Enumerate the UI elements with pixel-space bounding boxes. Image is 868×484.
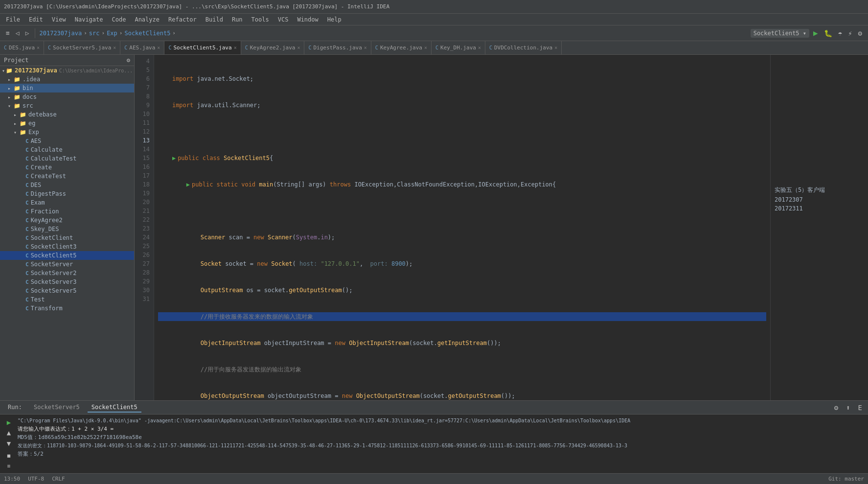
tab-close-kdh[interactable]: × xyxy=(478,45,481,50)
line-num-21: 21 xyxy=(135,207,152,215)
line-num-28: 28 xyxy=(135,268,152,277)
tab-digestpass-java[interactable]: C DigestPass.java × xyxy=(304,41,371,54)
tab-socketserver5-java[interactable]: C SocketServer5.java × xyxy=(44,41,120,54)
console-java-cmd: "C:\Program Files\Java\jdk-9.0.4\bin\jav… xyxy=(18,416,864,425)
menu-tools[interactable]: Tools xyxy=(248,15,273,24)
tree-java-des[interactable]: ▸ C DES xyxy=(0,181,134,189)
tree-java-socketserver2[interactable]: ▸ C SocketServer2 xyxy=(0,269,134,277)
menu-edit[interactable]: Edit xyxy=(25,15,47,24)
tree-eg[interactable]: ▸ 📁 eg xyxy=(0,119,134,128)
tab-keyagree-java[interactable]: C KeyAgree.java × xyxy=(371,41,432,54)
tree-java-createtest[interactable]: ▸ C CreateTest xyxy=(0,172,134,181)
tree-detebase[interactable]: ▸ 📁 detebase xyxy=(0,110,134,119)
tab-close-ss5[interactable]: × xyxy=(113,45,116,50)
line-num-5: 5 xyxy=(135,66,152,74)
tree-java-socketserver3[interactable]: ▸ C SocketServer3 xyxy=(0,277,134,286)
console-down-icon[interactable]: ▼ xyxy=(4,438,14,448)
code-line-7: ▶public class SocketClient5{ xyxy=(158,154,766,162)
sidebar-settings-icon[interactable]: ⚙ xyxy=(127,57,130,64)
menu-view[interactable]: View xyxy=(48,15,70,24)
tab-close-ka[interactable]: × xyxy=(424,45,427,50)
console-run-icon[interactable]: ▶ xyxy=(4,417,14,427)
editor-area[interactable]: 4 5 6 7 8 9 10 11 12 13 14 15 16 17 xyxy=(135,55,770,400)
line-num-17: 17 xyxy=(135,171,152,180)
console-settings-icon[interactable]: ⚙ xyxy=(832,403,840,413)
menu-bar: File Edit View Navigate Code Analyze Ref… xyxy=(0,14,868,25)
ss-java-icon: C xyxy=(25,261,29,268)
tab-label-kdh: Key_DH.java xyxy=(440,45,476,51)
code-content[interactable]: import java.net.Socket; import java.util… xyxy=(154,55,770,400)
coverage-button[interactable]: ☂ xyxy=(836,28,844,38)
menu-analyze[interactable]: Analyze xyxy=(131,15,163,24)
tree-java-socketserver5[interactable]: ▸ C SocketServer5 xyxy=(0,286,134,295)
menu-navigate[interactable]: Navigate xyxy=(71,15,107,24)
console-up-icon[interactable]: ▲ xyxy=(4,428,14,438)
menu-refactor[interactable]: Refactor xyxy=(164,15,201,24)
toolbar-structure-icon[interactable]: ≡ xyxy=(4,28,12,38)
tree-docs[interactable]: ▸ 📁 docs xyxy=(0,92,134,101)
tab-keyagree2-java[interactable]: C KeyAgree2.java × xyxy=(241,41,305,54)
console-expand-icon[interactable]: ⬆ xyxy=(844,403,852,413)
console-collapse-icon[interactable]: E xyxy=(856,403,864,413)
tree-java-fraction[interactable]: ▸ C Fraction xyxy=(0,207,134,216)
menu-window[interactable]: Window xyxy=(293,15,322,24)
tree-java-calculate[interactable]: ▸ C Calculate xyxy=(0,145,134,154)
tree-java-aes[interactable]: ▸ C AES xyxy=(0,137,134,145)
tab-close-sc5[interactable]: × xyxy=(234,45,237,50)
tree-java-transform[interactable]: ▸ C Transform xyxy=(0,304,134,313)
tree-src[interactable]: ▾ 📁 src xyxy=(0,101,134,110)
console-filter-icon[interactable]: ≡ xyxy=(4,461,14,471)
console-stop-icon[interactable]: ⏹ xyxy=(4,451,14,461)
line-num-26: 26 xyxy=(135,251,152,259)
tab-close-des[interactable]: × xyxy=(37,45,40,50)
tab-close-aes[interactable]: × xyxy=(157,45,160,50)
tree-exp[interactable]: ▾ 📁 Exp xyxy=(0,128,134,137)
run-tab-socketclient5[interactable]: SocketClient5 xyxy=(88,403,141,413)
run-tab-socketserver5[interactable]: SocketServer5 xyxy=(30,403,84,413)
run-config-dropdown[interactable]: SocketClient5 ▾ xyxy=(751,29,809,38)
line-num-14: 14 xyxy=(135,145,152,154)
tree-java-socketserver[interactable]: ▸ C SocketServer xyxy=(0,260,134,269)
tree-java-socketclient5[interactable]: ▸ C SocketClient5 xyxy=(0,251,134,260)
tree-java-exam[interactable]: ▸ C Exam xyxy=(0,198,134,207)
tree-java-socketclient[interactable]: ▸ C SocketClient xyxy=(0,233,134,242)
tab-des-java[interactable]: C DES.java × xyxy=(0,41,44,54)
tree-java-digestpass[interactable]: ▸ C DigestPass xyxy=(0,189,134,198)
aes-java-icon: C xyxy=(25,138,29,144)
exam-java-icon: C xyxy=(25,200,29,206)
tree-idea[interactable]: ▸ 📁 .idea xyxy=(0,75,134,84)
tab-close-dp[interactable]: × xyxy=(364,45,367,50)
tree-java-create[interactable]: ▸ C Create xyxy=(0,163,134,172)
toolbar-left-icon[interactable]: ◁ xyxy=(14,28,22,38)
menu-run[interactable]: Run xyxy=(228,15,247,24)
tree-java-skey-des[interactable]: ▸ C Skey_DES xyxy=(0,225,134,233)
debug-button[interactable]: 🐛 xyxy=(822,28,834,38)
tab-socketclient5-java[interactable]: C SocketClient5.java × xyxy=(164,41,241,54)
menu-help[interactable]: Help xyxy=(323,15,345,24)
detebase-arrow: ▸ xyxy=(14,112,19,117)
tab-close-ka2[interactable]: × xyxy=(297,45,300,50)
tab-key-dh-java[interactable]: C Key_DH.java × xyxy=(432,41,485,54)
idea-folder-icon: 📁 xyxy=(14,76,21,83)
src-arrow: ▾ xyxy=(8,103,13,109)
tree-java-socketclient3[interactable]: ▸ C SocketClient3 xyxy=(0,242,134,251)
menu-code[interactable]: Code xyxy=(108,15,130,24)
tab-close-dvd[interactable]: × xyxy=(554,45,557,50)
toolbar-right-icon[interactable]: ▷ xyxy=(23,28,31,38)
tab-aes-java[interactable]: C AES.java × xyxy=(120,41,164,54)
menu-file[interactable]: File xyxy=(2,15,24,24)
profile-button[interactable]: ⚡ xyxy=(846,28,854,38)
toolbar-breadcrumb-arrow-2: › xyxy=(102,30,105,36)
line-num-13: 13 xyxy=(135,136,152,145)
menu-vcs[interactable]: VCS xyxy=(274,15,293,24)
tree-bin[interactable]: ▸ 📁 bin xyxy=(0,84,134,92)
menu-build[interactable]: Build xyxy=(202,15,227,24)
tree-java-calculatetest[interactable]: ▸ C CalculateTest xyxy=(0,154,134,163)
tab-dvdcollection-java[interactable]: C DVDCollection.java × xyxy=(485,41,562,54)
tree-java-test[interactable]: ▸ C Test xyxy=(0,295,134,304)
tree-root[interactable]: ▾ 📁 20172307java C:\Users\admin\IdeaPro.… xyxy=(0,66,134,75)
run-button[interactable]: ▶ xyxy=(811,27,820,39)
settings-button[interactable]: ⚙ xyxy=(856,28,864,38)
eg-arrow: ▸ xyxy=(14,121,19,126)
tree-java-keyagree2[interactable]: ▸ C KeyAgree2 xyxy=(0,216,134,225)
